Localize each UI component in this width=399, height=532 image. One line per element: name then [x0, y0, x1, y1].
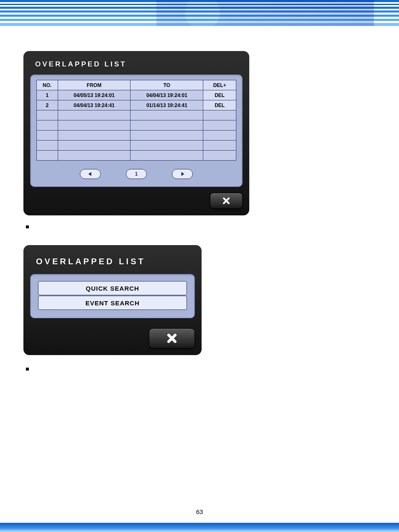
- header-no: NO.: [37, 80, 58, 90]
- table-row: [37, 120, 236, 130]
- del-button[interactable]: DEL: [203, 100, 236, 110]
- cell-to: 01/14/13 19:24:41: [130, 100, 203, 110]
- cell-from: 04/04/13 19:24:41: [58, 100, 130, 110]
- quick-search-button[interactable]: QUICK SEARCH: [38, 281, 187, 295]
- close-icon: [166, 333, 177, 344]
- panel-body: NO. FROM TO DEL+ 1 04/05/13 19:24:01 04/…: [30, 74, 243, 187]
- header-del[interactable]: DEL+: [203, 80, 236, 90]
- close-icon: [222, 197, 230, 205]
- table-row: [37, 151, 236, 161]
- event-search-button[interactable]: EVENT SEARCH: [38, 296, 187, 310]
- overlapped-list-search-panel: OVERLAPPED LIST QUICK SEARCH EVENT SEARC…: [23, 245, 202, 355]
- header-to: TO: [130, 80, 203, 90]
- pager: 1: [36, 169, 236, 179]
- cell-from: 04/05/13 19:24:01: [58, 90, 130, 100]
- table-row[interactable]: 2 04/04/13 19:24:41 01/14/13 19:24:41 DE…: [37, 100, 236, 110]
- table-row: [37, 141, 236, 151]
- page-header-banner: [0, 0, 399, 26]
- cell-no: 2: [37, 100, 58, 110]
- svg-marker-1: [182, 172, 184, 176]
- table-row[interactable]: 1 04/05/13 19:24:01 04/04/13 19:24:01 DE…: [37, 90, 236, 100]
- close-button[interactable]: [149, 328, 195, 348]
- overlapped-list-panel: OVERLAPPED LIST NO. FROM TO DEL+ 1 04/05…: [23, 51, 249, 215]
- panel-title: OVERLAPPED LIST: [30, 251, 195, 274]
- cell-no: 1: [37, 90, 58, 100]
- close-button[interactable]: [210, 193, 243, 209]
- table-row: [37, 110, 236, 120]
- panel-body: QUICK SEARCH EVENT SEARCH: [30, 274, 195, 318]
- triangle-left-icon: [88, 171, 93, 176]
- triangle-right-icon: [180, 171, 185, 176]
- svg-marker-0: [88, 172, 91, 176]
- cell-to: 04/04/13 19:24:01: [130, 90, 203, 100]
- pager-next-button[interactable]: [172, 169, 193, 179]
- bullet-point: [26, 368, 29, 371]
- page-number: 63: [0, 508, 399, 515]
- del-button[interactable]: DEL: [203, 90, 236, 100]
- overlapped-table: NO. FROM TO DEL+ 1 04/05/13 19:24:01 04/…: [36, 80, 236, 161]
- pager-prev-button[interactable]: [80, 169, 101, 179]
- page-footer-bar: [0, 523, 399, 532]
- bullet-point: [26, 225, 29, 228]
- pager-page-number[interactable]: 1: [126, 169, 147, 179]
- header-from: FROM: [58, 80, 130, 90]
- panel-title: OVERLAPPED LIST: [30, 57, 243, 74]
- table-row: [37, 130, 236, 141]
